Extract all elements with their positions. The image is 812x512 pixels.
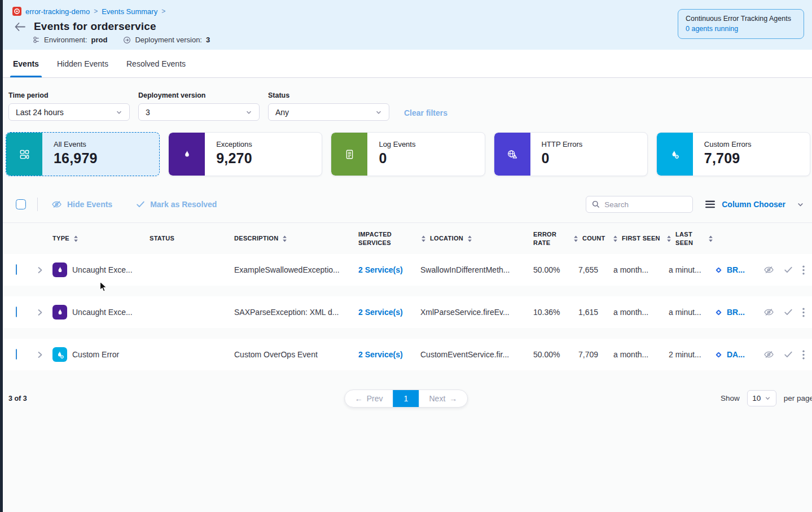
pagination: ← Prev 1 Next → [344,390,468,408]
ticket-link[interactable]: BR... [714,265,759,275]
stat-card[interactable]: All Events 16,979 [6,132,160,176]
chevron-down-icon [765,395,771,401]
impacted-services-link[interactable]: 2 Service(s) [358,308,420,317]
flame-icon [56,266,64,274]
column-header-location: LOCATION [420,234,525,243]
event-location: SwallowInDifferentMeth... [420,265,525,274]
resolve-event-icon[interactable] [784,351,793,358]
hide-events-button[interactable]: Hide Events [51,200,112,209]
event-first-seen: a month... [612,265,666,274]
column-header-type: TYPE [51,234,150,243]
resolve-event-icon[interactable] [784,266,793,274]
flame-icon [182,150,192,159]
hide-event-icon[interactable] [763,350,774,359]
event-row[interactable]: Uncaught Exce... SAXParseException: XML … [3,296,812,328]
event-description: Custom OverOps Event [234,350,358,359]
impacted-services-link[interactable]: 2 Service(s) [358,265,420,274]
row-checkbox[interactable] [16,349,17,360]
sort-icon[interactable] [666,235,672,243]
status-select[interactable]: Any [268,103,389,121]
globe-alert-icon [507,150,517,159]
stat-card[interactable]: HTTP Errors 0 [494,132,648,176]
table-toolbar: Hide Events Mark as Resolved Column Choo… [16,195,804,213]
column-chooser-button[interactable]: Column Chooser [705,200,804,209]
chevron-down-icon [245,109,252,116]
agents-running-link[interactable]: 0 agents running [686,25,796,33]
tab-bar: Events Hidden Events Resolved Events [3,50,812,78]
hide-event-icon[interactable] [763,265,774,274]
stat-card-icon-block [6,133,42,176]
sort-icon[interactable] [612,235,618,243]
ticket-link[interactable]: BR... [714,308,759,317]
page-size-value: 10 [752,394,761,402]
breadcrumb-section-link[interactable]: Events Summary [102,7,157,16]
kebab-menu-icon[interactable] [802,350,805,360]
environment-value: prod [91,36,108,44]
time-period-select[interactable]: Last 24 hours [8,103,130,121]
current-page-button[interactable]: 1 [393,390,419,407]
event-row[interactable]: Uncaught Exce... ExampleSwallowedExcepti… [3,254,812,286]
clear-filters-button[interactable]: Clear filters [404,108,447,117]
expand-row-button[interactable] [32,309,51,316]
stat-card[interactable]: Custom Errors 7,709 [656,132,810,176]
resolve-event-icon[interactable] [784,308,793,316]
stat-card[interactable]: Exceptions 9,270 [168,132,322,176]
breadcrumb-project-link[interactable]: error-tracking-demo [25,7,90,16]
deployment-version-select[interactable]: 3 [138,103,260,121]
event-description: ExampleSwallowedExceptio... [234,265,358,274]
event-last-seen: 2 minut... [666,350,714,359]
sort-icon[interactable] [420,235,427,243]
status-label: Status [268,91,389,99]
environment-label: Environment: [44,36,87,44]
event-row[interactable]: Custom Error Custom OverOps Event 2 Serv… [3,339,812,370]
search-input[interactable] [604,200,687,209]
time-period-value: Last 24 hours [16,108,64,117]
time-period-label: Time period [8,91,130,99]
page-title: Events for orderservice [34,20,156,33]
tab-resolved-events[interactable]: Resolved Events [124,50,188,77]
stat-card-label: Custom Errors [704,140,752,148]
stat-card-label: HTTP Errors [542,140,583,148]
kebab-menu-icon[interactable] [802,265,805,275]
select-all-checkbox[interactable] [16,199,26,209]
event-type-text: Uncaught Exce... [72,308,137,317]
tab-hidden-events[interactable]: Hidden Events [54,50,111,77]
column-header-status: STATUS [150,234,234,243]
row-checkbox[interactable] [16,307,17,317]
mark-resolved-button[interactable]: Mark as Resolved [136,200,217,209]
stat-card-value: 9,270 [216,150,252,167]
impacted-services-link[interactable]: 2 Service(s) [358,350,420,359]
stat-card[interactable]: Log Events 0 [331,132,485,176]
stat-card-value: 0 [542,150,583,167]
sort-icon[interactable] [573,235,579,243]
page-size-select[interactable]: 10 [747,390,776,406]
prev-page-button[interactable]: ← Prev [345,390,393,407]
expand-row-button[interactable] [32,351,51,358]
back-arrow-icon[interactable] [14,22,26,32]
expand-row-button[interactable] [32,266,51,274]
hide-events-label: Hide Events [67,200,112,209]
chevron-right-icon [36,351,43,358]
row-checkbox[interactable] [16,264,17,275]
ticket-link[interactable]: DA... [714,350,759,360]
agents-card: Continuous Error Tracking Agents 0 agent… [678,9,804,39]
ticket-id-text: BR... [727,265,745,274]
event-error-rate: 50.00% [525,265,573,274]
grid-icon [20,150,29,159]
hide-event-icon[interactable] [763,308,774,317]
event-first-seen: a month... [612,308,666,317]
stat-card-value: 16,979 [54,150,98,167]
sort-icon[interactable] [708,235,714,243]
tab-events[interactable]: Events [10,50,42,77]
event-location: CustomEventService.fir... [420,350,525,359]
sort-icon[interactable] [467,235,473,243]
sort-icon[interactable] [73,235,79,243]
sort-icon[interactable] [282,235,288,243]
hamburger-icon [705,200,716,208]
kebab-menu-icon[interactable] [802,308,805,317]
events-table: TYPE STATUS DESCRIPTION IMPACTED SERVICE… [3,222,812,381]
next-page-button[interactable]: Next → [419,390,468,407]
flame-gear-icon [56,351,64,359]
chevron-right-icon [36,266,43,274]
filters-bar: Time period Last 24 hours Deployment ver… [8,91,389,121]
